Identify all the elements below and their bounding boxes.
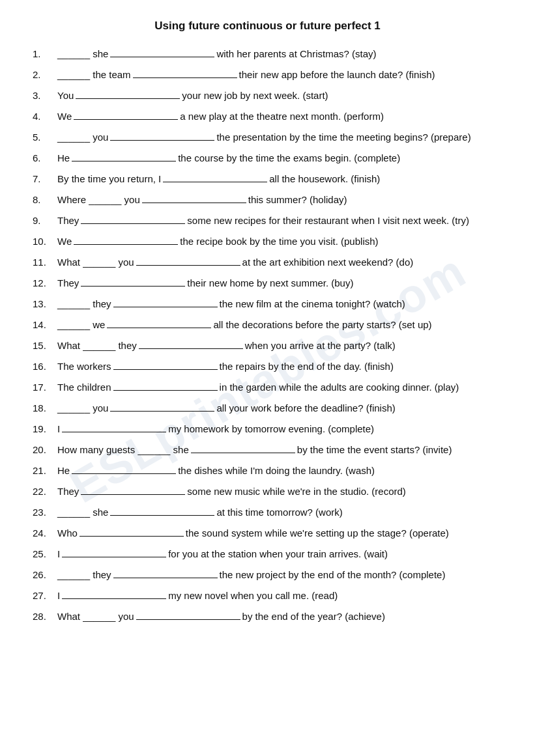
sentence: I for you at the station when your train… bbox=[57, 546, 502, 562]
sentence-text: Who bbox=[57, 525, 78, 541]
sentence-text: They bbox=[57, 275, 79, 291]
item-number: 23. bbox=[33, 505, 57, 520]
item-number: 10. bbox=[33, 234, 57, 249]
item-number: 26. bbox=[33, 567, 57, 583]
sentence: You your new job by next week. (start) bbox=[57, 87, 502, 104]
sentence-text: the course by the time the exams begin. … bbox=[178, 150, 400, 166]
list-item: 25.I for you at the station when your tr… bbox=[33, 546, 502, 562]
item-number: 2. bbox=[33, 67, 57, 83]
sentence-text: You bbox=[57, 88, 74, 104]
sentence-text: your new job by next week. (start) bbox=[182, 88, 328, 104]
sentence-text: the recipe book by the time you visit. (… bbox=[180, 234, 378, 249]
sentence-text: my homework by tomorrow evening. (comple… bbox=[168, 421, 374, 437]
sentence-text: at the art exhibition next weekend? (do) bbox=[242, 255, 414, 270]
item-number: 18. bbox=[33, 400, 57, 416]
item-number: 21. bbox=[33, 463, 57, 479]
answer-blank bbox=[142, 191, 246, 203]
list-item: 14.______ we all the decorations before … bbox=[33, 316, 502, 333]
list-item: 8.Where ______ you this summer? (holiday… bbox=[33, 191, 502, 208]
answer-blank bbox=[136, 254, 240, 266]
sentence-text: the presentation by the time the meeting… bbox=[216, 130, 470, 145]
sentence-text: by the time the event starts? (invite) bbox=[297, 442, 452, 458]
sentence-text: some new recipes for their restaurant wh… bbox=[187, 213, 469, 229]
sentence-text: They bbox=[57, 213, 79, 229]
list-item: 20.How many guests ______ she by the tim… bbox=[33, 441, 502, 458]
list-item: 12.They their new home by next summer. (… bbox=[33, 275, 502, 291]
sentence-text: all your work before the deadline? (fini… bbox=[216, 400, 395, 416]
answer-blank bbox=[110, 129, 214, 141]
sentence: He the course by the time the exams begi… bbox=[57, 150, 502, 166]
sentence-text: ______ she bbox=[57, 46, 108, 62]
item-number: 20. bbox=[33, 442, 57, 458]
item-number: 11. bbox=[33, 255, 57, 270]
list-item: 6.He the course by the time the exams be… bbox=[33, 150, 502, 166]
answer-blank bbox=[62, 587, 166, 599]
sentence-text: The children bbox=[57, 380, 111, 395]
sentence: We the recipe book by the time you visit… bbox=[57, 233, 502, 249]
sentence-text: all the decorations before the party sta… bbox=[213, 317, 431, 333]
sentence-text: some new music while we're in the studio… bbox=[187, 484, 406, 499]
sentence-text: ______ they bbox=[57, 296, 111, 312]
sentence-text: the sound system while we're setting up … bbox=[186, 525, 449, 541]
item-number: 16. bbox=[33, 359, 57, 374]
item-number: 19. bbox=[33, 421, 57, 437]
list-item: 27.I my new novel when you call me. (rea… bbox=[33, 587, 502, 604]
sentence-text: in the garden while the adults are cooki… bbox=[220, 380, 459, 395]
sentence-text: ______ you bbox=[57, 400, 108, 416]
sentence-text: my new novel when you call me. (read) bbox=[168, 588, 338, 604]
item-number: 5. bbox=[33, 130, 57, 145]
sentence-text: all the housework. (finish) bbox=[269, 171, 380, 187]
sentence-text: ______ they bbox=[57, 567, 111, 583]
sentence: They some new recipes for their restaura… bbox=[57, 212, 502, 229]
sentence-text: ______ we bbox=[57, 317, 105, 333]
sentence-text: the repairs by the end of the day. (fini… bbox=[220, 359, 394, 374]
answer-blank bbox=[133, 66, 237, 78]
sentence-text: ______ the team bbox=[57, 67, 131, 83]
list-item: 23.______ she at this time tomorrow? (wo… bbox=[33, 504, 502, 520]
sentence-text: the new project by the end of the month?… bbox=[220, 567, 446, 583]
list-item: 16.The workers the repairs by the end of… bbox=[33, 358, 502, 374]
answer-blank bbox=[113, 296, 218, 307]
list-item: 9.They some new recipes for their restau… bbox=[33, 212, 502, 229]
item-number: 24. bbox=[33, 525, 57, 541]
sentence-text: He bbox=[57, 150, 70, 166]
answer-blank bbox=[72, 150, 176, 161]
list-item: 26.______ they the new project by the en… bbox=[33, 567, 502, 583]
exercise-list: 1.______ she with her parents at Christm… bbox=[33, 46, 502, 624]
item-number: 6. bbox=[33, 150, 57, 166]
answer-blank bbox=[113, 379, 218, 391]
sentence-text: their new app before the launch date? (f… bbox=[239, 67, 435, 83]
answer-blank bbox=[163, 171, 267, 182]
sentence-text: at this time tomorrow? (work) bbox=[216, 505, 342, 520]
answer-blank bbox=[80, 525, 184, 537]
item-number: 13. bbox=[33, 296, 57, 312]
sentence: What ______ you by the end of the year? … bbox=[57, 608, 502, 624]
list-item: 7.By the time you return, I all the hous… bbox=[33, 171, 502, 187]
sentence: ______ we all the decorations before the… bbox=[57, 316, 502, 333]
sentence: ______ they the new film at the cinema t… bbox=[57, 296, 502, 312]
sentence: What ______ they when you arrive at the … bbox=[57, 337, 502, 354]
page-title: Using future continuous or future perfec… bbox=[33, 20, 502, 33]
answer-blank bbox=[76, 87, 180, 99]
sentence-text: for you at the station when your train a… bbox=[168, 546, 388, 562]
answer-blank bbox=[62, 546, 166, 557]
sentence: ______ she with her parents at Christmas… bbox=[57, 46, 502, 62]
item-number: 4. bbox=[33, 109, 57, 124]
item-number: 22. bbox=[33, 484, 57, 499]
list-item: 1.______ she with her parents at Christm… bbox=[33, 46, 502, 62]
sentence: By the time you return, I all the housew… bbox=[57, 171, 502, 187]
sentence: The children in the garden while the adu… bbox=[57, 379, 502, 395]
sentence: The workers the repairs by the end of th… bbox=[57, 358, 502, 374]
list-item: 19.I my homework by tomorrow evening. (c… bbox=[33, 421, 502, 437]
sentence-text: He bbox=[57, 463, 70, 479]
item-number: 14. bbox=[33, 317, 57, 333]
sentence-text: They bbox=[57, 484, 79, 499]
list-item: 15.What ______ they when you arrive at t… bbox=[33, 337, 502, 354]
sentence: We a new play at the theatre next month.… bbox=[57, 108, 502, 124]
answer-blank bbox=[191, 441, 295, 453]
item-number: 7. bbox=[33, 171, 57, 187]
item-number: 3. bbox=[33, 88, 57, 104]
list-item: 3.You your new job by next week. (start) bbox=[33, 87, 502, 104]
answer-blank bbox=[74, 108, 178, 120]
list-item: 5.______ you the presentation by the tim… bbox=[33, 129, 502, 145]
